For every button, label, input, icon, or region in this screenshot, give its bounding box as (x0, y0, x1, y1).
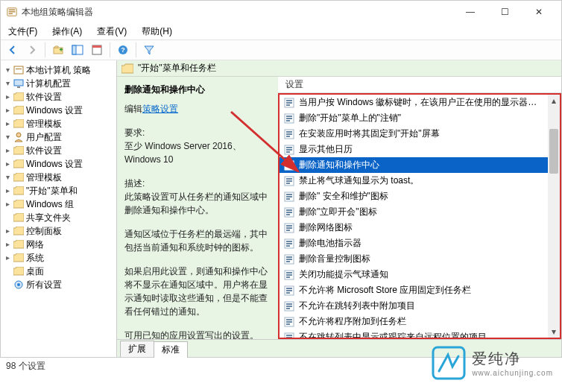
edit-policy-link[interactable]: 策略设置 (142, 104, 178, 114)
expand-icon[interactable]: ▸ (4, 251, 11, 265)
tree-pane[interactable]: ▾本地计算机 策略 ▾计算机配置 ▸软件设置 ▸Windows 设置 ▸管理模板… (1, 60, 117, 357)
expand-icon[interactable]: ▾ (4, 130, 11, 144)
tree-item[interactable]: 控制面板 (26, 224, 62, 238)
settings-row[interactable]: 不允许将程序附加到任务栏 (280, 314, 548, 329)
tree-item[interactable]: 共享文件夹 (26, 211, 71, 224)
help-button[interactable]: ? (114, 41, 132, 59)
tree-item[interactable]: "开始"菜单和 (26, 184, 78, 197)
settings-row[interactable]: 不允许将 Microsoft Store 应用固定到任务栏 (280, 282, 548, 298)
settings-row-label: 删除"开始"菜单上的"注销" (299, 112, 401, 124)
svg-rect-19 (286, 100, 292, 101)
svg-rect-48 (286, 212, 292, 213)
expand-icon[interactable]: ▸ (4, 238, 11, 251)
tree-item[interactable]: 网络 (26, 238, 44, 251)
policy-heading: 删除通知和操作中心 (124, 83, 271, 96)
settings-row-label: 删除" 安全和维护"图标 (299, 190, 388, 203)
tree-item[interactable]: 管理模板 (26, 171, 62, 184)
expand-icon[interactable]: ▸ (4, 104, 11, 117)
back-button[interactable] (4, 41, 22, 59)
settings-row[interactable]: 删除电池指示器 (280, 235, 548, 251)
expand-icon[interactable]: ▸ (4, 184, 11, 197)
svg-rect-56 (286, 243, 292, 244)
settings-row[interactable]: 当用户按 Windows 徽标键时，在该用户正在使用的显示器… (280, 95, 548, 110)
settings-row[interactable]: 禁止将气球通知显示为 toast。 (280, 173, 548, 189)
tree-user-config[interactable]: 用户配置 (26, 130, 62, 144)
settings-row[interactable]: 删除" 安全和维护"图标 (280, 189, 548, 204)
settings-row[interactable]: 在安装应用时将其固定到"开始"屏幕 (280, 126, 548, 142)
properties-button[interactable] (88, 41, 106, 59)
tree-item[interactable]: 软件设置 (26, 90, 62, 104)
svg-point-15 (16, 133, 21, 137)
tree-item[interactable]: 桌面 (26, 265, 44, 278)
tree-root[interactable]: 本地计算机 策略 (26, 63, 91, 77)
folder-icon (13, 118, 25, 129)
app-icon (7, 7, 17, 17)
settings-row[interactable]: 关闭功能提示气球通知 (280, 267, 548, 282)
expand-icon[interactable]: ▾ (4, 77, 11, 90)
settings-row[interactable]: 删除"开始"菜单上的"注销" (280, 110, 548, 126)
show-hide-tree-button[interactable] (69, 41, 86, 59)
settings-row[interactable]: 显示其他日历 (280, 142, 548, 157)
settings-row[interactable]: 删除网络图标 (280, 220, 548, 235)
svg-rect-55 (286, 241, 292, 242)
expand-icon[interactable]: ▸ (4, 157, 11, 171)
tree-item[interactable]: 软件设置 (26, 144, 62, 157)
menu-action[interactable]: 操作(A) (49, 24, 85, 39)
settings-row[interactable]: 不允许在跳转列表中附加项目 (280, 298, 548, 314)
scroll-down-icon[interactable]: ▾ (548, 326, 560, 338)
maximize-button[interactable]: ☐ (488, 1, 521, 22)
watermark-text: 爱纯净 (472, 349, 553, 369)
settings-row[interactable]: 不在跳转列表中显示或跟踪来自远程位置的项目 (280, 329, 548, 339)
expand-icon[interactable]: ▸ (4, 197, 11, 211)
expand-icon[interactable]: ▸ (4, 144, 11, 157)
menu-view[interactable]: 查看(V) (94, 24, 130, 39)
minimize-button[interactable]: — (454, 1, 487, 22)
breadcrumb-bar: "开始"菜单和任务栏 (117, 60, 561, 77)
title-bar: 本地组策略编辑器 — ☐ ✕ (1, 1, 561, 23)
svg-rect-32 (286, 149, 292, 151)
svg-rect-31 (286, 147, 292, 148)
folder-icon (13, 105, 25, 116)
svg-rect-69 (286, 292, 290, 294)
folder-icon (13, 199, 25, 209)
expand-icon[interactable]: ▸ (4, 224, 11, 238)
settings-list[interactable]: 当用户按 Windows 徽标键时，在该用户正在使用的显示器…删除"开始"菜单上… (278, 93, 561, 339)
up-button[interactable] (49, 41, 67, 59)
scroll-up-icon[interactable]: ▴ (548, 95, 560, 107)
tree-item[interactable]: 所有设置 (26, 278, 62, 291)
tree-item[interactable]: 管理模板 (26, 117, 62, 130)
folder-icon (13, 239, 25, 250)
settings-row[interactable]: 删除通知和操作中心 (280, 157, 548, 173)
settings-pane: 设置 当用户按 Windows 徽标键时，在该用户正在使用的显示器…删除"开始"… (278, 77, 561, 339)
policy-item-icon (284, 317, 294, 327)
menu-help[interactable]: 帮助(H) (139, 24, 175, 39)
settings-column-header[interactable]: 设置 (278, 77, 561, 93)
filter-button[interactable] (140, 41, 158, 59)
policy-item-icon (284, 129, 294, 139)
policy-item-icon (284, 207, 294, 218)
tree-item[interactable]: 系统 (26, 251, 44, 265)
svg-point-17 (17, 283, 20, 286)
tab-standard[interactable]: 标准 (154, 341, 188, 358)
forward-button[interactable] (23, 41, 41, 59)
folder-icon (13, 92, 25, 102)
expand-icon[interactable]: ▾ (4, 171, 11, 184)
settings-row[interactable]: 删除"立即开会"图标 (280, 204, 548, 220)
expand-icon[interactable]: ▸ (4, 90, 11, 104)
tree-computer-config[interactable]: 计算机配置 (26, 77, 71, 90)
settings-row-label: 在安装应用时将其固定到"开始"屏幕 (299, 127, 440, 140)
settings-row[interactable]: 删除音量控制图标 (280, 251, 548, 267)
tree-item[interactable]: Windows 设置 (26, 104, 83, 117)
svg-rect-8 (92, 45, 101, 48)
tree-item[interactable]: Windows 设置 (26, 157, 83, 171)
policy-item-icon (284, 254, 294, 265)
tab-extended[interactable]: 扩展 (120, 341, 154, 357)
policy-item-icon (284, 332, 294, 340)
menu-file[interactable]: 文件(F) (5, 24, 40, 39)
scroll-thumb[interactable] (549, 129, 558, 174)
expand-icon[interactable]: ▾ (4, 63, 11, 77)
tree-item[interactable]: Windows 组 (26, 197, 74, 211)
vertical-scrollbar[interactable]: ▴ ▾ (548, 95, 560, 338)
expand-icon[interactable]: ▸ (4, 117, 11, 130)
close-button[interactable]: ✕ (522, 1, 555, 22)
